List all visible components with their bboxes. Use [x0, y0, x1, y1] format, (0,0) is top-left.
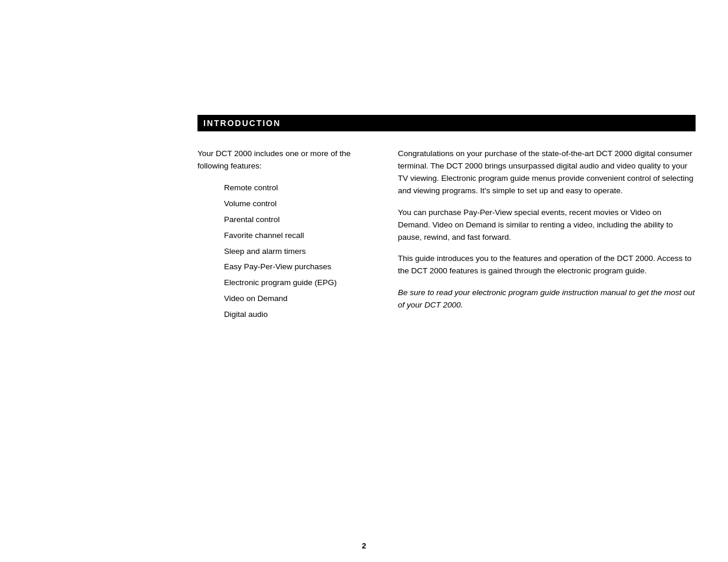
list-item: Easy Pay-Per-View purchases — [224, 261, 374, 273]
list-item: Sleep and alarm timers — [224, 246, 374, 258]
two-column-layout: Your DCT 2000 includes one or more of th… — [197, 148, 696, 325]
list-item: Favorite channel recall — [224, 230, 374, 242]
left-column: Your DCT 2000 includes one or more of th… — [197, 148, 374, 325]
list-item: Digital audio — [224, 309, 374, 321]
section-header: INTRODUCTION — [197, 115, 696, 131]
right-paragraph-4: Be sure to read your electronic program … — [398, 287, 696, 312]
right-paragraph-2: You can purchase Pay-Per-View special ev… — [398, 207, 696, 244]
right-column: Congratulations on your purchase of the … — [398, 148, 696, 325]
list-item: Volume control — [224, 198, 374, 210]
list-item: Parental control — [224, 214, 374, 226]
page-container: INTRODUCTION Your DCT 2000 includes one … — [0, 0, 728, 562]
right-paragraph-3: This guide introduces you to the feature… — [398, 253, 696, 277]
features-list: Remote control Volume control Parental c… — [197, 182, 374, 321]
intro-text: Your DCT 2000 includes one or more of th… — [197, 148, 374, 173]
list-item: Remote control — [224, 182, 374, 194]
section-title: INTRODUCTION — [203, 118, 281, 128]
list-item: Electronic program guide (EPG) — [224, 277, 374, 289]
page-number: 2 — [362, 541, 367, 550]
list-item: Video on Demand — [224, 293, 374, 305]
right-paragraph-1: Congratulations on your purchase of the … — [398, 148, 696, 197]
content-area: INTRODUCTION Your DCT 2000 includes one … — [197, 115, 696, 527]
